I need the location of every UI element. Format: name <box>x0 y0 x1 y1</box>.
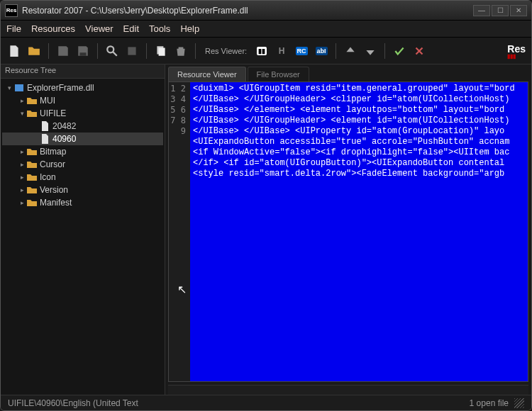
viewer-rc-icon[interactable]: RC <box>294 43 309 59</box>
title-bar: Res Restorator 2007 - C:\Users\Jerry\Des… <box>1 1 531 21</box>
menu-tools[interactable]: Tools <box>149 23 170 34</box>
close-button[interactable]: ✕ <box>510 5 527 16</box>
folder-icon <box>26 159 38 169</box>
code-editor[interactable]: 1 2 3 4 5 6 7 8 9 <duixml> <UIGroupItem … <box>168 81 528 382</box>
line-gutter: 1 2 3 4 5 6 7 8 9 <box>169 82 190 381</box>
svg-rect-4 <box>15 84 23 91</box>
tree-item-label: Bitmap <box>40 147 66 157</box>
tree-folder[interactable]: ▸Cursor <box>2 158 163 171</box>
tree-folder[interactable]: ▸Version <box>2 184 163 196</box>
dll-icon <box>13 83 25 93</box>
menu-resources[interactable]: Resources <box>31 23 75 34</box>
toolbar-divider <box>48 43 49 59</box>
delete-icon[interactable] <box>173 43 189 59</box>
tree-folder[interactable]: ▾UIFILE <box>2 107 163 120</box>
maximize-button[interactable]: ☐ <box>492 5 509 16</box>
status-open-files: 1 open file <box>470 398 509 408</box>
reject-icon[interactable] <box>411 43 427 59</box>
tab-file-browser[interactable]: File Browser <box>248 67 309 81</box>
svg-rect-3 <box>159 47 165 55</box>
tree-folder[interactable]: ▸Manifest <box>2 196 163 209</box>
toolbar-divider <box>146 43 147 59</box>
tree-item-label: Cursor <box>40 159 65 169</box>
tree-folder[interactable]: ▸Bitmap <box>2 145 163 158</box>
viewer-mode-icon[interactable]: ▮▮ <box>254 43 270 59</box>
up-arrow-icon[interactable] <box>343 43 358 59</box>
res-viewer-label: Res Viewer: <box>205 47 247 55</box>
save-as-icon[interactable] <box>75 43 91 59</box>
resize-grip-icon[interactable] <box>514 398 524 408</box>
toolbar-divider <box>97 43 98 59</box>
folder-icon <box>26 147 38 157</box>
horizontal-scrollbar[interactable] <box>168 385 528 395</box>
menu-bar: File Resources Viewer Edit Tools Help <box>1 21 531 38</box>
tab-strip: Resource Viewer File Browser <box>165 64 531 81</box>
resource-tree[interactable]: ▾ ExplorerFrame.dll ▸MUI▾UIFILE204824096… <box>1 79 165 395</box>
tool-icon[interactable] <box>124 43 140 59</box>
tree-item-label: MUI <box>40 96 55 106</box>
tree-file[interactable]: 20482 <box>2 120 163 133</box>
new-file-icon[interactable] <box>6 43 22 59</box>
toolbar: Res Viewer: ▮▮ H RC abI Res▮▮▮ <box>1 38 531 64</box>
file-icon <box>39 121 50 131</box>
tree-file[interactable]: 40960 <box>2 133 163 145</box>
file-icon <box>39 134 50 144</box>
tree-folder[interactable]: ▸Icon <box>2 171 163 184</box>
main-body: Resource Tree ▾ ExplorerFrame.dll ▸MUI▾U… <box>1 64 531 395</box>
menu-viewer[interactable]: Viewer <box>85 23 113 34</box>
folder-icon <box>26 108 38 118</box>
tree-root-label: ExplorerFrame.dll <box>27 83 94 93</box>
viewer-h-icon[interactable]: H <box>274 43 289 59</box>
svg-rect-1 <box>128 47 135 55</box>
viewer-abi-icon[interactable]: abI <box>314 43 329 59</box>
tree-item-label: Manifest <box>40 198 72 208</box>
window-title: Restorator 2007 - C:\Users\Jerry\Desktop… <box>22 6 472 16</box>
tree-folder[interactable]: ▸MUI <box>2 94 163 107</box>
tree-item-label: UIFILE <box>40 108 66 118</box>
status-path: UIFILE\40960\English (United Text <box>8 398 138 408</box>
tab-resource-viewer[interactable]: Resource Viewer <box>168 67 246 81</box>
accept-icon[interactable] <box>392 43 407 59</box>
search-icon[interactable] <box>104 43 120 59</box>
open-folder-icon[interactable] <box>26 43 42 59</box>
resource-tree-panel: Resource Tree ▾ ExplorerFrame.dll ▸MUI▾U… <box>1 64 165 395</box>
menu-edit[interactable]: Edit <box>123 23 139 34</box>
brand-logo-icon: Res▮▮▮ <box>507 43 526 59</box>
save-icon[interactable] <box>55 43 71 59</box>
tree-item-label: Version <box>40 185 68 195</box>
toolbar-divider <box>384 43 385 59</box>
svg-point-0 <box>107 46 113 52</box>
app-logo-icon: Res <box>5 4 18 17</box>
resource-tree-header: Resource Tree <box>1 64 165 79</box>
menu-help[interactable]: Help <box>180 23 199 34</box>
down-arrow-icon[interactable] <box>362 43 378 59</box>
menu-file[interactable]: File <box>6 23 21 34</box>
copy-icon[interactable] <box>153 43 169 59</box>
folder-icon <box>26 185 38 195</box>
toolbar-divider <box>336 43 336 59</box>
code-content[interactable]: <duixml> <UIGroupItem resid="item.genera… <box>190 82 528 381</box>
tree-item-label: Icon <box>40 172 56 182</box>
tree-item-label: 40960 <box>52 134 76 144</box>
folder-icon <box>26 96 38 106</box>
tree-item-label: 20482 <box>52 121 76 131</box>
minimize-button[interactable]: — <box>473 5 490 16</box>
folder-icon <box>26 198 38 208</box>
toolbar-divider <box>195 43 196 59</box>
status-bar: UIFILE\40960\English (United Text 1 open… <box>1 395 531 410</box>
tree-root[interactable]: ▾ ExplorerFrame.dll <box>2 81 163 94</box>
right-pane: Resource Viewer File Browser 1 2 3 4 5 6… <box>165 64 531 395</box>
folder-icon <box>26 172 38 182</box>
